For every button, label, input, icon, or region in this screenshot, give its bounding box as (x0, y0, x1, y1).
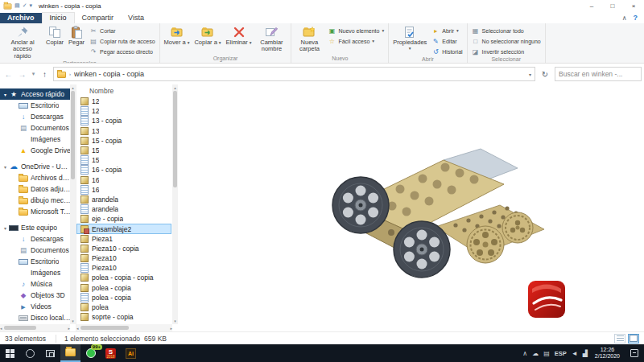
file-row[interactable]: 15 - copia (76, 136, 171, 146)
column-header-name[interactable]: Nombre (76, 84, 178, 97)
network-icon[interactable]: ▟ (583, 350, 588, 357)
tab-compartir[interactable]: Compartir (75, 13, 122, 23)
edit-button[interactable]: ✎Editar (430, 36, 464, 46)
sidebar-item[interactable]: Descargas (0, 111, 71, 122)
illustrator-taskbar-button[interactable]: Ai (121, 344, 141, 362)
taskbar-clock[interactable]: 12:26 2/12/2020 (591, 344, 624, 362)
scrollbar-thumb[interactable] (71, 91, 75, 179)
sidebar-item[interactable]: Datos adjuntos (0, 183, 71, 195)
file-row[interactable]: soprte - copia (76, 312, 171, 322)
qat-properties-icon[interactable]: ▤ (14, 2, 20, 9)
delete-button[interactable]: Eliminar▾ (225, 25, 254, 47)
move-to-button[interactable]: Mover a▾ (163, 25, 192, 47)
sidebar-horizontal-scrollbar[interactable]: ◂ ▸ (0, 324, 70, 331)
file-row[interactable]: polea - copia - copia (76, 273, 171, 282)
file-row[interactable]: 12 (76, 106, 171, 116)
open-button[interactable]: ▸Abrir▾ (430, 26, 464, 35)
start-button[interactable] (0, 344, 20, 362)
refresh-button[interactable]: ↻ (538, 67, 552, 81)
sidebar-item[interactable]: Microsoft Teams (0, 206, 71, 217)
recent-locations-button[interactable]: ▾ (30, 71, 37, 77)
select-all-button[interactable]: ▦Seleccionar todo (470, 26, 543, 35)
file-row[interactable]: 16 (76, 175, 171, 185)
tray-app-icon[interactable]: ▤ (543, 350, 550, 357)
scrollbar-thumb[interactable] (173, 91, 177, 187)
sidebar-item[interactable]: Disco local (C:) (0, 312, 71, 323)
sidebar-item[interactable]: Descargas (0, 233, 71, 245)
new-item-button[interactable]: ▣Nuevo elemento▾ (326, 26, 386, 35)
rename-button[interactable]: Cambiar nombre (254, 25, 288, 54)
sidebar-item[interactable]: Documentos (0, 122, 71, 134)
sidebar-item[interactable]: Imágenes (0, 134, 71, 145)
file-row[interactable]: arandela (76, 204, 171, 214)
files-vertical-scrollbar[interactable]: ▴ ▾ (172, 84, 178, 324)
sidebar-item[interactable]: ▾ Este equipo (0, 222, 71, 233)
files-horizontal-scrollbar[interactable]: ◂ ▸ (76, 324, 172, 331)
file-row[interactable]: 15 (76, 146, 171, 155)
whatsapp-taskbar-button[interactable]: 99+ (80, 344, 101, 362)
search-input[interactable] (559, 70, 638, 78)
file-row[interactable]: Ensamblaje2 (76, 224, 171, 233)
sidebar-item[interactable]: dibujo mecánico (0, 195, 71, 206)
collapse-ribbon-icon[interactable]: ∧ (622, 14, 627, 22)
scroll-left-icon[interactable]: ◂ (0, 326, 2, 331)
scroll-up-icon[interactable]: ▴ (174, 84, 176, 91)
file-row[interactable]: Pieza10 (76, 253, 171, 263)
properties-button[interactable]: Propiedades ▾ (391, 25, 428, 51)
details-view-button[interactable] (614, 334, 625, 343)
file-row[interactable]: 15 (76, 155, 171, 165)
expander-icon[interactable]: ▾ (2, 92, 9, 97)
new-folder-button[interactable]: Nueva carpeta (294, 25, 324, 54)
tab-archivo[interactable]: Archivo (0, 13, 42, 23)
search-button[interactable] (20, 344, 40, 362)
file-row[interactable]: eje - copia (76, 214, 171, 224)
scroll-right-icon[interactable]: ▸ (68, 326, 70, 331)
onedrive-tray-icon[interactable]: ☁ (532, 350, 539, 357)
sidebar-item[interactable]: ▾ OneDrive - Univer (0, 161, 71, 172)
close-button[interactable]: × (623, 0, 644, 11)
forward-button[interactable]: → (16, 70, 28, 79)
paste-button[interactable]: Pegar (67, 25, 86, 47)
file-row[interactable]: 16 (76, 185, 171, 195)
paste-shortcut-button[interactable]: ↷Pegar acceso directo (88, 47, 156, 56)
breadcrumb[interactable]: winken - copia - copia (74, 70, 526, 78)
scroll-down-icon[interactable]: ▾ (174, 318, 176, 324)
scrollbar-thumb[interactable] (4, 326, 36, 330)
sidebar-item[interactable]: Google Drive (0, 145, 71, 156)
copy-button[interactable]: Copiar (44, 25, 65, 47)
sidebar-item[interactable]: Escritorio (0, 100, 71, 111)
invert-selection-button[interactable]: ◪Invertir selección (470, 47, 543, 56)
volume-icon[interactable]: ◄ (572, 350, 578, 357)
large-icons-view-button[interactable] (628, 334, 639, 343)
solidworks-taskbar-button[interactable]: S2018 (101, 344, 121, 362)
file-row[interactable]: 16 - copia (76, 165, 171, 175)
sidebar-item[interactable]: Archivos de chat (0, 172, 71, 183)
scrollbar-thumb[interactable] (80, 326, 129, 330)
scroll-right-icon[interactable]: ▸ (170, 326, 172, 331)
scroll-down-icon[interactable]: ▾ (72, 318, 74, 324)
easy-access-button[interactable]: ☆Fácil acceso▾ (326, 36, 386, 46)
select-none-button[interactable]: □No seleccionar ninguno (470, 36, 543, 46)
sidebar-item[interactable]: ▾ Acceso rápido (0, 88, 71, 100)
language-indicator[interactable]: ESP (555, 350, 567, 357)
up-button[interactable]: ↑ (39, 70, 51, 79)
history-button[interactable]: ↺Historial (430, 47, 464, 56)
scroll-left-icon[interactable]: ◂ (76, 326, 79, 331)
maximize-button[interactable]: □ (602, 0, 623, 11)
file-row[interactable]: 12 (76, 97, 171, 106)
file-row[interactable]: Pieza1 (76, 234, 171, 244)
sidebar-item[interactable]: Videos (0, 301, 71, 312)
file-row[interactable]: polea - copia (76, 283, 171, 293)
file-row[interactable]: Pieza10 - copia (76, 244, 171, 253)
expander-icon[interactable]: ▾ (2, 225, 9, 231)
file-explorer-taskbar-button[interactable] (60, 344, 80, 362)
scroll-up-icon[interactable]: ▴ (72, 84, 74, 91)
help-icon[interactable]: ? (634, 14, 638, 22)
file-row[interactable]: 13 (76, 126, 171, 136)
cut-button[interactable]: ✂Cortar (88, 26, 156, 35)
file-row[interactable]: 13 - copia (76, 116, 171, 125)
copy-to-button[interactable]: Copiar a▾ (192, 25, 222, 47)
sidebar-item[interactable]: Imágenes (0, 267, 71, 278)
expander-icon[interactable]: ▾ (2, 164, 9, 170)
minimize-button[interactable]: – (581, 0, 602, 11)
